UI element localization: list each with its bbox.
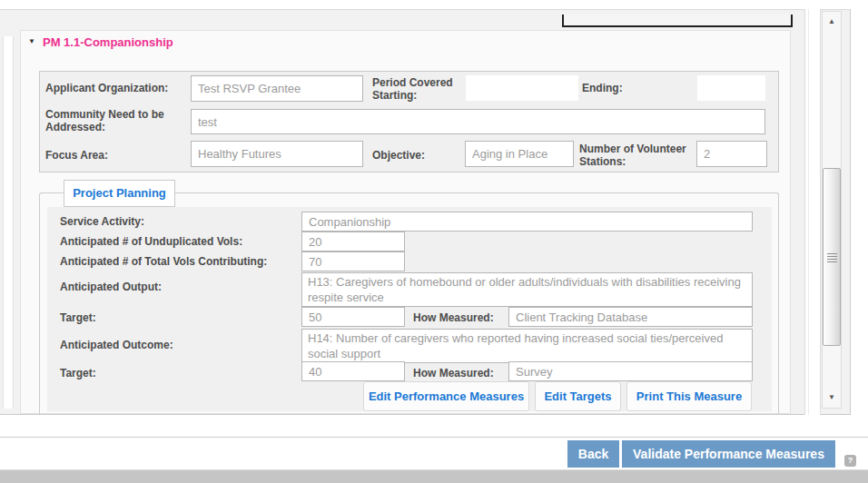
right-scroll-gutter [804,9,821,415]
community-need-label: Community Need to be Addressed: [45,108,191,133]
scroll-up-icon[interactable]: ▲ [822,15,842,28]
unduplicated-vols-label: Anticipated # of Unduplicated Vols: [60,235,296,248]
gutter-divider [808,9,809,415]
scrollbar-grip-icon [827,253,837,263]
outcome-target-label: Target: [60,367,169,380]
output-target-label: Target: [60,311,169,324]
output-how-measured-input[interactable] [508,307,753,327]
objective-label: Objective: [372,149,454,162]
scroll-down-icon[interactable]: ▼ [822,391,842,404]
ending-input[interactable] [697,75,765,101]
outcome-how-measured-input[interactable] [508,361,753,381]
tab-project-planning[interactable]: Project Planning [64,180,175,207]
community-need-input[interactable] [191,109,765,134]
outcome-how-measured-label: How Measured: [413,367,513,380]
anticipated-outcome-textarea[interactable]: H14: Number of caregivers who reported h… [301,329,753,363]
footer-status-bar [0,469,868,483]
focus-area-label: Focus Area: [45,149,182,162]
period-covered-starting-label: Period Covered Starting: [372,76,469,102]
anticipated-output-textarea[interactable]: H13: Caregivers of homebound or older ad… [301,272,753,307]
service-activity-label: Service Activity: [60,215,278,228]
edit-targets-button[interactable]: Edit Targets [535,381,621,411]
applicant-organization-input[interactable] [191,75,363,102]
volunteer-stations-input[interactable] [696,141,767,167]
total-vols-input[interactable] [301,251,405,271]
frame-remnant [562,15,793,27]
unduplicated-vols-input[interactable] [301,232,405,251]
back-button[interactable]: Back [567,440,619,468]
help-icon[interactable]: ? [844,455,856,467]
volunteer-stations-label: Number of Volunteer Stations: [579,143,694,168]
objective-input[interactable] [465,141,574,167]
period-covered-starting-input[interactable] [466,75,578,101]
ending-label: Ending: [582,82,655,94]
output-target-input[interactable] [301,307,405,327]
edit-performance-measures-button[interactable]: Edit Performance Measures [363,381,529,411]
action-bar-divider [0,437,868,438]
total-vols-label: Anticipated # of Total Vols Contributing… [60,255,305,268]
applicant-organization-label: Applicant Organization: [45,82,191,94]
pm-section-title[interactable]: PM 1.1-Companionship [43,35,173,49]
validate-performance-measures-button[interactable]: Validate Performance Measures [622,440,835,468]
service-activity-input[interactable] [301,212,753,232]
anticipated-outcome-label: Anticipated Outcome: [60,339,278,351]
outcome-target-input[interactable] [301,361,405,381]
focus-area-input[interactable] [191,141,363,167]
left-scroll-gutter [3,36,14,409]
print-this-measure-button[interactable]: Print This Measure [626,381,752,411]
egrants-performance-measure-page: ▲ ▼ ▼ PM 1.1-Companionship Applicant Org… [0,0,868,483]
anticipated-output-label: Anticipated Output: [60,281,278,293]
collapse-arrow-icon[interactable]: ▼ [28,37,39,46]
output-how-measured-label: How Measured: [413,311,513,324]
